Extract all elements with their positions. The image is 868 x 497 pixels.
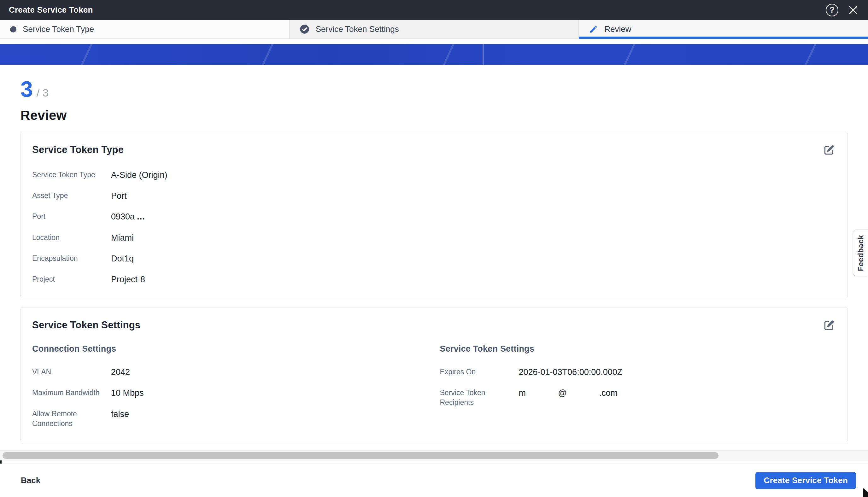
review-row-project: Project Project-8	[32, 274, 835, 284]
card-service-token-type: Service Token Type Service Token Type A-…	[20, 132, 848, 298]
dialog-title: Create Service Token	[9, 5, 93, 15]
row-label: Project	[32, 274, 111, 284]
create-service-token-button[interactable]: Create Service Token	[755, 472, 856, 489]
row-label: Service Token Recipients	[440, 388, 519, 408]
review-row-vlan: VLAN 2042	[32, 367, 427, 377]
settings-columns: Connection Settings VLAN 2042 Maximum Ba…	[32, 344, 835, 429]
row-value: Miami	[111, 233, 835, 243]
review-row-allow-remote: Allow Remote Connections false	[32, 409, 427, 429]
review-row-expires-on: Expires On 2026-01-03T06:00:00.000Z	[440, 367, 835, 377]
hero-banner	[0, 44, 868, 65]
pencil-icon	[589, 25, 598, 34]
review-row-port: Port 0930a…	[32, 212, 835, 222]
row-label: Asset Type	[32, 191, 111, 201]
review-row-max-bandwidth: Maximum Bandwidth 10 Mbps	[32, 388, 427, 398]
row-label: Maximum Bandwidth	[32, 388, 111, 398]
feedback-tab[interactable]: Feedback	[853, 230, 868, 276]
card-service-token-settings: Service Token Settings Connection Settin…	[20, 307, 848, 442]
truncation-ellipsis: …	[137, 212, 145, 222]
card-header: Service Token Type	[32, 144, 835, 156]
edit-square-icon[interactable]	[823, 320, 835, 331]
row-value: Dot1q	[111, 254, 835, 264]
column-subtitle: Connection Settings	[32, 344, 427, 354]
recipient-part: m	[519, 388, 526, 398]
row-value: Port	[111, 191, 835, 201]
back-button[interactable]: Back	[21, 475, 40, 485]
review-row-encapsulation: Encapsulation Dot1q	[32, 254, 835, 264]
page-title: Review	[20, 108, 848, 123]
row-value: Project-8	[111, 274, 835, 284]
row-value: 10 Mbps	[111, 388, 427, 398]
step-label: Service Token Settings	[316, 24, 399, 34]
help-icon[interactable]: ?	[826, 4, 838, 16]
row-label: Location	[32, 233, 111, 242]
step-progress: 3 / 3	[20, 80, 848, 99]
review-row-service-token-type: Service Token Type A-Side (Origin)	[32, 170, 835, 180]
close-icon[interactable]	[847, 4, 859, 16]
step-label: Service Token Type	[23, 24, 94, 34]
dot-icon	[10, 26, 16, 32]
card-header: Service Token Settings	[32, 320, 835, 331]
step-progress-total: / 3	[37, 87, 48, 99]
row-label: Encapsulation	[32, 254, 111, 263]
column-subtitle: Service Token Settings	[440, 344, 835, 354]
row-value: false	[111, 409, 427, 419]
row-value: 2026-01-03T06:00:00.000Z	[519, 367, 835, 377]
titlebar-actions: ?	[826, 4, 859, 16]
step-label: Review	[604, 24, 631, 34]
card-title: Service Token Type	[32, 144, 124, 155]
dialog-footer: Back Create Service Token	[0, 464, 868, 497]
dialog-titlebar: Create Service Token ?	[0, 0, 868, 20]
step-tab-service-token-settings[interactable]: Service Token Settings	[289, 20, 579, 39]
row-label: VLAN	[32, 367, 111, 377]
step-tab-service-token-type[interactable]: Service Token Type	[0, 20, 289, 39]
recipient-part: @	[558, 388, 567, 398]
row-label: Port	[32, 212, 111, 222]
create-service-token-dialog: Create Service Token ? Service Token Typ…	[0, 0, 868, 497]
help-glyph: ?	[829, 5, 834, 14]
horizontal-scrollbar[interactable]	[0, 450, 868, 460]
review-row-location: Location Miami	[32, 233, 835, 243]
row-value: 0930a…	[111, 212, 835, 222]
row-label: Service Token Type	[32, 170, 111, 180]
token-settings-column: Service Token Settings Expires On 2026-0…	[440, 344, 835, 429]
horizontal-scrollbar-thumb[interactable]	[2, 452, 718, 459]
row-value: A-Side (Origin)	[111, 170, 835, 180]
row-label: Allow Remote Connections	[32, 409, 111, 429]
feedback-tab-label: Feedback	[856, 235, 865, 271]
review-row-asset-type: Asset Type Port	[32, 191, 835, 201]
review-row-recipients: Service Token Recipients m @ .com	[440, 388, 835, 408]
row-value: m @ .com	[519, 388, 835, 398]
card-title: Service Token Settings	[32, 320, 140, 331]
recipient-part: .com	[599, 388, 617, 398]
review-content: 3 / 3 Review Service Token Type Service …	[0, 65, 868, 450]
step-progress-current: 3	[20, 80, 33, 99]
row-value: 2042	[111, 367, 427, 377]
connection-settings-column: Connection Settings VLAN 2042 Maximum Ba…	[32, 344, 427, 429]
row-label: Expires On	[440, 367, 519, 377]
review-rows: Service Token Type A-Side (Origin) Asset…	[32, 170, 835, 285]
edit-square-icon[interactable]	[823, 144, 835, 156]
wizard-steps: Service Token Type Service Token Setting…	[0, 20, 868, 39]
check-circle-icon	[300, 24, 309, 34]
step-tab-review[interactable]: Review	[579, 20, 868, 39]
